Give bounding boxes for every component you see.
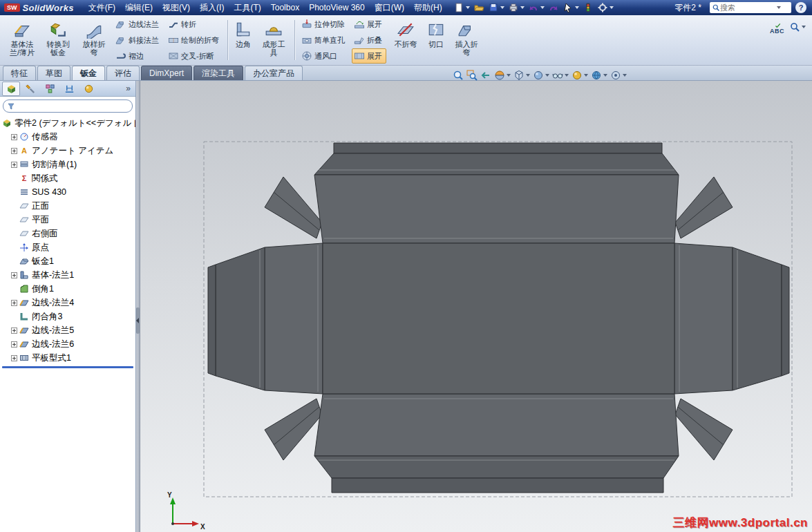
face-left-hem[interactable] — [208, 265, 216, 376]
corner-tab-top-left[interactable] — [265, 177, 322, 238]
tree-item-closed-corner[interactable]: 闭合角3 — [2, 310, 135, 323]
vent-button[interactable]: 通风口 — [299, 48, 349, 64]
face-top-wall[interactable] — [314, 175, 679, 243]
graphics-area[interactable]: Y X 三维网www.3dportal.cn — [140, 81, 812, 532]
undo-button[interactable] — [527, 1, 545, 14]
tree-item-flat-pattern[interactable]: 平板型式1 — [2, 351, 135, 365]
expand-icon[interactable] — [11, 272, 17, 278]
menu-photoview[interactable]: PhotoView 360 — [304, 1, 370, 14]
tree-item-edge-flange4[interactable]: 边线-法兰4 — [2, 296, 135, 310]
expand-icon[interactable] — [11, 327, 17, 334]
tree-item-front-plane[interactable]: 正面 — [2, 199, 135, 213]
convert-to-sheet-metal-button[interactable]: 转换到 钣金 — [40, 17, 76, 64]
new-document-button[interactable] — [453, 1, 471, 14]
options-button[interactable] — [596, 1, 614, 14]
tree-item-edge-flange6[interactable]: 边线-法兰6 — [2, 337, 135, 351]
cross-break-button[interactable]: 交叉-折断 — [166, 48, 223, 64]
feature-tree-filter[interactable] — [3, 99, 133, 113]
menu-tools[interactable]: 工具(T) — [229, 1, 265, 15]
face-left-wall[interactable] — [265, 243, 323, 394]
corner-tab-top-right[interactable] — [675, 177, 733, 238]
tree-item-sensors[interactable]: 传感器 — [2, 130, 135, 144]
redo-button[interactable] — [547, 1, 560, 14]
panel-tab-featuremanager[interactable] — [2, 82, 20, 96]
menu-toolbox[interactable]: Toolbox — [266, 1, 304, 14]
help-button[interactable]: ? — [795, 2, 806, 13]
view-orientation-button[interactable] — [513, 69, 530, 82]
hem-button[interactable]: 褶边 — [113, 48, 163, 64]
search-input[interactable] — [720, 3, 775, 12]
panel-collapse-handle[interactable] — [136, 307, 140, 334]
section-view-button[interactable] — [494, 69, 511, 82]
hide-show-items-button[interactable] — [552, 69, 569, 82]
zoom-to-area-button[interactable] — [466, 69, 478, 82]
no-bends-button[interactable]: 不折弯 — [388, 17, 424, 64]
unfold-button[interactable]: 展开 — [352, 17, 386, 32]
tree-item-equations[interactable]: 関係式 — [2, 171, 135, 185]
previous-view-button[interactable] — [480, 69, 491, 82]
ribbon-search-button[interactable] — [789, 21, 806, 33]
tree-item-material[interactable]: SUS 430 — [2, 185, 135, 199]
corner-tab-bottom-left[interactable] — [265, 399, 322, 460]
expand-icon[interactable] — [11, 162, 17, 168]
expand-icon[interactable] — [11, 341, 17, 348]
face-top-flap[interactable] — [314, 153, 679, 175]
tree-item-edge-flange5[interactable]: 边线-法兰5 — [2, 323, 135, 337]
edge-flange-button[interactable]: 边线法兰 — [113, 17, 163, 32]
menu-window[interactable]: 窗口(W) — [370, 1, 409, 15]
face-top-hem[interactable] — [334, 143, 662, 153]
tree-item-top-plane[interactable]: 平面 — [2, 213, 135, 227]
tab-sketch[interactable]: 草图 — [37, 66, 70, 80]
face-bottom-wall[interactable] — [314, 394, 679, 456]
corner-tab-bottom-right[interactable] — [675, 399, 733, 460]
expand-icon[interactable] — [11, 134, 17, 140]
tab-sheet-metal[interactable]: 钣金 — [72, 66, 105, 80]
save-button[interactable] — [487, 1, 505, 14]
extruded-cut-button[interactable]: 拉伸切除 — [299, 17, 349, 32]
open-button[interactable] — [473, 1, 485, 14]
tab-render-tools[interactable]: 渲染工具 — [193, 66, 243, 80]
sketched-bend-button[interactable]: 绘制的折弯 — [166, 32, 223, 48]
rebuild-button[interactable] — [582, 1, 594, 14]
display-style-button[interactable] — [533, 69, 549, 82]
tree-item-part-root[interactable]: 零件2 (デフォルト<<デフォルト>_表示 — [2, 116, 135, 130]
miter-flange-button[interactable]: 斜接法兰 — [113, 32, 163, 48]
tab-features[interactable]: 特征 — [3, 66, 36, 80]
corners-button[interactable]: 边角 — [231, 17, 256, 64]
lofted-bend-button[interactable]: 放样折 弯 — [76, 17, 112, 64]
fold-button[interactable]: 折叠 — [352, 32, 386, 48]
tab-dimxpert[interactable]: DimXpert — [141, 66, 192, 80]
select-button[interactable] — [562, 1, 580, 14]
search-box[interactable] — [710, 2, 791, 13]
expand-icon[interactable] — [11, 355, 17, 361]
panel-tab-configurationmanager[interactable] — [41, 82, 59, 96]
panel-tab-overflow-button[interactable]: » — [123, 84, 133, 93]
face-right-wall[interactable] — [674, 243, 733, 394]
view-settings-button[interactable] — [610, 69, 627, 82]
apply-scene-button[interactable] — [591, 69, 607, 82]
menu-help[interactable]: 帮助(H) — [409, 1, 447, 15]
forming-tool-button[interactable]: 成形工 具 — [256, 17, 292, 64]
menu-file[interactable]: 文件(F) — [84, 1, 120, 15]
face-center[interactable] — [323, 243, 674, 394]
menu-view[interactable]: 视图(V) — [158, 1, 195, 15]
edit-appearance-button[interactable] — [572, 69, 588, 82]
expand-icon[interactable] — [11, 300, 17, 306]
tree-item-right-plane[interactable]: 右側面 — [2, 227, 135, 240]
tree-item-annotations[interactable]: アノテート アイテム — [2, 144, 135, 158]
tab-office-products[interactable]: 办公室产品 — [245, 66, 303, 80]
print-button[interactable] — [507, 1, 525, 14]
face-bottom-flap[interactable] — [314, 456, 679, 478]
face-bottom-hem[interactable] — [332, 478, 663, 493]
tree-item-cut-list[interactable]: 切割清单(1) — [2, 158, 135, 171]
panel-tab-dimxpertmanager[interactable] — [60, 82, 78, 96]
insert-bends-button[interactable]: 插入折 弯 — [449, 17, 484, 64]
base-flange-button[interactable]: 基体法 兰/薄片 — [4, 17, 40, 64]
tree-item-base-flange[interactable]: 基体-法兰1 — [2, 268, 135, 282]
panel-tab-displaymanager[interactable] — [79, 82, 97, 96]
feature-tree-filter-input[interactable] — [17, 101, 128, 111]
zoom-to-fit-button[interactable] — [453, 69, 464, 82]
menu-edit[interactable]: 编辑(E) — [120, 1, 158, 15]
spell-check-button[interactable]: ABC — [770, 21, 784, 35]
jog-button[interactable]: 转折 — [166, 17, 223, 32]
